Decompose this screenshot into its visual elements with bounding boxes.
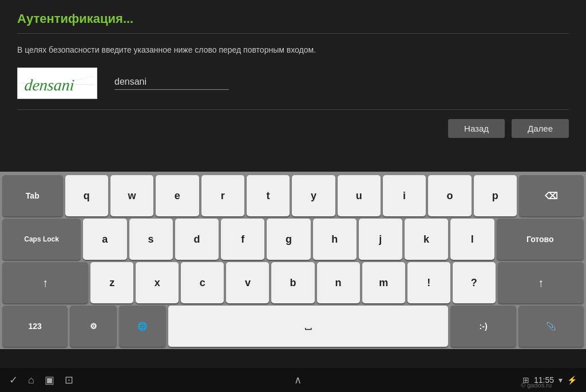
watermark: © gados.ru	[521, 382, 552, 389]
key-j[interactable]: j	[359, 219, 402, 260]
key-m[interactable]: m	[362, 262, 405, 303]
back-button[interactable]: Назад	[448, 119, 505, 138]
keyboard-row-2: Caps Lock a s d f g h j k l Готово	[2, 219, 584, 260]
key-k[interactable]: k	[405, 219, 448, 260]
captcha-image: densani	[17, 68, 97, 99]
key-o[interactable]: o	[428, 175, 471, 216]
globe-key[interactable]: 🌐	[119, 306, 166, 347]
backspace-key[interactable]: ⌫	[519, 175, 584, 216]
key-e[interactable]: e	[156, 175, 199, 216]
key-x[interactable]: x	[136, 262, 179, 303]
key-u[interactable]: u	[338, 175, 381, 216]
smiley-key[interactable]: :-)	[450, 306, 516, 347]
captcha-input[interactable]	[114, 77, 229, 90]
tab-key[interactable]: Tab	[2, 175, 62, 216]
svg-text:densani: densani	[23, 76, 75, 94]
key-question[interactable]: ?	[453, 262, 496, 303]
done-key[interactable]: Готово	[497, 219, 584, 260]
key-t[interactable]: t	[247, 175, 290, 216]
divider-bottom	[17, 109, 569, 110]
key-i[interactable]: i	[383, 175, 426, 216]
key-d[interactable]: d	[175, 219, 219, 260]
num-key[interactable]: 123	[2, 306, 68, 347]
space-key[interactable]: ⎵	[168, 306, 449, 347]
key-b[interactable]: b	[271, 262, 314, 303]
key-f[interactable]: f	[221, 219, 264, 260]
recents-nav-icon[interactable]: ▣	[45, 374, 54, 386]
keyboard-hide-icon[interactable]: ∧	[294, 374, 302, 386]
button-row: Назад Далее	[17, 119, 569, 138]
key-a[interactable]: a	[83, 219, 126, 260]
home-nav-icon[interactable]: ⌂	[28, 374, 34, 386]
next-button[interactable]: Далее	[512, 119, 569, 138]
keyboard-row-1: Tab q w e r t y u i o p ⌫	[2, 175, 584, 216]
key-g[interactable]: g	[267, 219, 310, 260]
nav-left: ✓ ⌂ ▣ ⊡	[9, 374, 73, 386]
shift-right-key[interactable]: ↑	[498, 262, 584, 303]
clip-key[interactable]: 📎	[518, 306, 584, 347]
screenshot-nav-icon[interactable]: ⊡	[65, 374, 73, 386]
nav-bar: ✓ ⌂ ▣ ⊡ ∧ ⊞ 11:55 ▾ ⚡	[0, 368, 586, 392]
keyboard-row-4: 123 ⚙ 🌐 ⎵ :-) 📎	[2, 306, 584, 347]
key-v[interactable]: v	[226, 262, 269, 303]
captcha-row: densani	[17, 68, 569, 99]
shift-left-key[interactable]: ↑	[2, 262, 88, 303]
key-c[interactable]: c	[181, 262, 224, 303]
key-r[interactable]: r	[201, 175, 244, 216]
key-n[interactable]: n	[317, 262, 360, 303]
key-z[interactable]: z	[90, 262, 133, 303]
keyboard-area: Tab q w e r t y u i o p ⌫ Caps Lock a s …	[0, 172, 586, 349]
key-w[interactable]: w	[110, 175, 153, 216]
dialog-description: В целях безопасности введите указанное н…	[17, 44, 361, 56]
key-exclaim[interactable]: !	[407, 262, 450, 303]
key-h[interactable]: h	[313, 219, 357, 260]
divider-top	[17, 33, 569, 34]
signal-icon: ▾	[559, 375, 563, 385]
keyboard-row-3: ↑ z x c v b n m ! ? ↑	[2, 262, 584, 303]
key-q[interactable]: q	[65, 175, 108, 216]
key-p[interactable]: p	[474, 175, 517, 216]
key-s[interactable]: s	[129, 219, 173, 260]
key-l[interactable]: l	[450, 219, 494, 260]
settings-key[interactable]: ⚙	[70, 306, 117, 347]
dialog-area: Аутентификация... В целях безопасности в…	[0, 0, 586, 172]
battery-icon: ⚡	[567, 375, 577, 385]
key-y[interactable]: y	[292, 175, 335, 216]
back-nav-icon[interactable]: ✓	[9, 374, 18, 386]
nav-center: ∧	[294, 374, 302, 386]
dialog-title: Аутентификация...	[17, 11, 569, 26]
caps-lock-key[interactable]: Caps Lock	[2, 219, 81, 260]
